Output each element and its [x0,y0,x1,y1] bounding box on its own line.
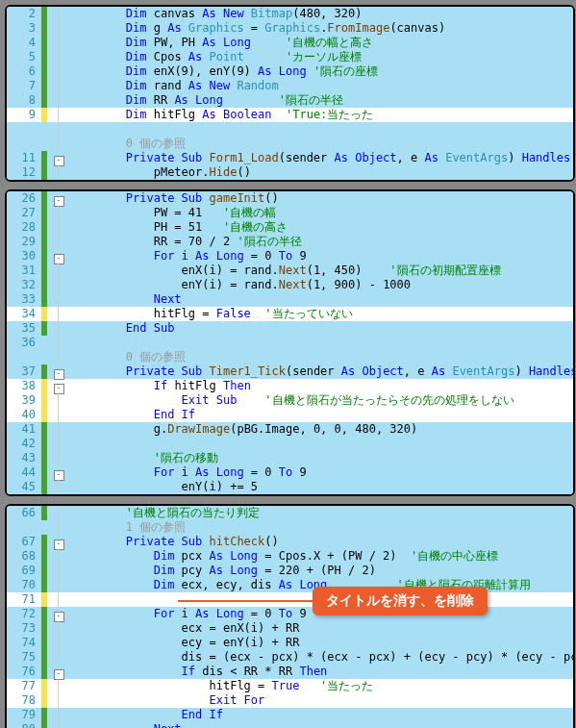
outline-gutter[interactable] [47,336,70,350]
code-content[interactable]: PH = 51 '自機の高さ [70,220,573,235]
code-content[interactable]: Dim pcx As Long = Cpos.X + (PW / 2) '自機の… [70,549,573,564]
outline-gutter[interactable] [47,650,70,665]
code-content[interactable]: enY(i) = rand.Next(1, 900) - 1000 [70,278,573,292]
code-line[interactable]: 69 Dim pcy As Long = 220 + (PH / 2) [7,564,573,578]
code-line[interactable]: 0 個の参照 [7,350,573,364]
outline-gutter[interactable]: - [47,465,70,480]
code-content[interactable]: Dim canvas As New Bitmap(480, 320) [70,7,573,21]
outline-gutter[interactable] [47,7,70,21]
code-content[interactable]: If hitFlg Then [70,379,573,393]
code-content[interactable]: 0 個の参照 [70,350,573,364]
code-content[interactable]: Dim Cpos As Point 'カーソル座標 [70,50,573,64]
code-content[interactable]: For i As Long = 0 To 9 [70,249,573,264]
outline-gutter[interactable]: - [47,191,70,206]
outline-gutter[interactable] [47,393,70,408]
code-line[interactable]: 3 Dim g As Graphics = Graphics.FromImage… [7,21,573,36]
outline-gutter[interactable] [47,422,70,437]
code-content[interactable]: dis = (ecx - pcx) * (ecx - pcx) + (ecy -… [70,650,573,665]
outline-gutter[interactable] [47,50,70,64]
outline-gutter[interactable] [47,36,70,50]
outline-gutter[interactable] [47,693,70,708]
outline-gutter[interactable] [47,520,70,535]
code-content[interactable]: hitFlg = False '当たっていない [70,307,573,321]
code-line[interactable]: 29 RR = 70 / 2 '隕石の半径 [7,235,573,249]
code-content[interactable]: Private Sub hitCheck() [70,535,573,549]
code-content[interactable]: g.DrawImage(pBG.Image, 0, 0, 480, 320) [70,422,573,437]
outline-gutter[interactable] [47,549,70,564]
outline-gutter[interactable] [47,79,70,93]
code-content[interactable]: PW = 41 '自機の幅 [70,206,573,220]
code-content[interactable]: Exit Sub '自機と隕石が当たったらその先の処理をしない [70,393,573,408]
code-line[interactable]: 79 End If [7,708,573,722]
outline-gutter[interactable] [47,137,70,151]
code-content[interactable]: 1 個の参照 [70,520,573,535]
code-content[interactable]: Exit For [70,693,573,708]
outline-gutter[interactable] [47,564,70,578]
code-line[interactable]: 32 enY(i) = rand.Next(1, 900) - 1000 [7,278,573,292]
code-line[interactable]: 1 個の参照 [7,520,573,535]
outline-gutter[interactable] [47,235,70,249]
code-content[interactable]: 0 個の参照 [70,137,573,151]
outline-gutter[interactable] [47,321,70,336]
code-line[interactable]: 72- For i As Long = 0 To 9 [7,607,573,621]
code-line[interactable]: 77 hitFlg = True '当たった [7,679,573,693]
outline-gutter[interactable] [47,278,70,292]
code-line[interactable]: 27 PW = 41 '自機の幅 [7,206,573,220]
code-line[interactable]: 30- For i As Long = 0 To 9 [7,249,573,264]
code-content[interactable]: End If [70,708,573,722]
code-content[interactable]: If dis < RR * RR Then [70,665,573,679]
code-line[interactable]: 75 dis = (ecx - pcx) * (ecx - pcx) + (ec… [7,650,573,665]
code-content[interactable]: Next [70,292,573,307]
code-content[interactable]: ecy = enY(i) + RR [70,636,573,650]
code-line[interactable]: 66 '自機と隕石の当たり判定 [7,506,573,520]
code-line[interactable]: 68 Dim pcx As Long = Cpos.X + (PW / 2) '… [7,549,573,564]
code-content[interactable]: Dim PW, PH As Long '自機の幅と高さ [70,36,573,50]
outline-gutter[interactable] [47,307,70,321]
code-content[interactable]: Dim hitFlg As Boolean 'True:当たった [70,108,573,122]
code-line[interactable]: 42 [7,437,573,451]
outline-gutter[interactable] [47,165,70,180]
outline-gutter[interactable] [47,708,70,722]
code-content[interactable]: Private Sub Form1_Load(sender As Object,… [70,151,573,165]
outline-gutter[interactable]: - [47,151,70,165]
code-line[interactable]: 67- Private Sub hitCheck() [7,535,573,549]
outline-gutter[interactable] [47,264,70,278]
outline-gutter[interactable] [47,220,70,235]
code-content[interactable]: For i As Long = 0 To 9 [70,465,573,480]
code-content[interactable]: Next [70,722,573,728]
code-content[interactable]: Dim RR As Long '隕石の半径 [70,93,573,108]
outline-gutter[interactable] [47,21,70,36]
outline-gutter[interactable] [47,437,70,451]
code-line[interactable]: 70 Dim ecx, ecy, dis As Long '自機と隕石の距離計算… [7,578,573,592]
code-line[interactable]: 39 Exit Sub '自機と隕石が当たったらその先の処理をしない [7,393,573,408]
code-content[interactable]: RR = 70 / 2 '隕石の半径 [70,235,573,249]
outline-gutter[interactable]: - [47,364,70,379]
code-content[interactable]: Dim pcy As Long = 220 + (PH / 2) [70,564,573,578]
code-line[interactable]: 11- Private Sub Form1_Load(sender As Obj… [7,151,573,165]
code-content[interactable]: enX(i) = rand.Next(1, 450) '隕石の初期配置座標 [70,264,573,278]
code-line[interactable]: 6 Dim enX(9), enY(9) As Long '隕石の座標 [7,64,573,79]
outline-gutter[interactable] [47,578,70,592]
outline-gutter[interactable] [47,408,70,422]
code-line[interactable]: 0 個の参照 [7,137,573,151]
outline-gutter[interactable] [47,480,70,494]
outline-gutter[interactable] [47,64,70,79]
outline-gutter[interactable]: - [47,379,70,393]
code-line[interactable]: 43 '隕石の移動 [7,451,573,465]
code-line[interactable]: 4 Dim PW, PH As Long '自機の幅と高さ [7,36,573,50]
code-line[interactable]: 34 hitFlg = False '当たっていない [7,307,573,321]
code-content[interactable]: '自機と隕石の当たり判定 [70,506,573,520]
outline-gutter[interactable] [47,592,70,607]
code-content[interactable]: pMeteor.Hide() [70,165,573,180]
code-line[interactable]: 45 enY(i) += 5 [7,480,573,494]
outline-gutter[interactable]: - [47,535,70,549]
code-line[interactable]: 74 ecy = enY(i) + RR [7,636,573,650]
code-content[interactable]: End Sub [70,321,573,336]
code-content[interactable] [70,437,573,451]
code-line[interactable]: 8 Dim RR As Long '隕石の半径 [7,93,573,108]
code-content[interactable]: '隕石の移動 [70,451,573,465]
outline-gutter[interactable] [47,292,70,307]
code-content[interactable]: Dim enX(9), enY(9) As Long '隕石の座標 [70,64,573,79]
code-line[interactable]: 9 Dim hitFlg As Boolean 'True:当たった [7,108,573,122]
code-line[interactable]: 2 Dim canvas As New Bitmap(480, 320) [7,7,573,21]
